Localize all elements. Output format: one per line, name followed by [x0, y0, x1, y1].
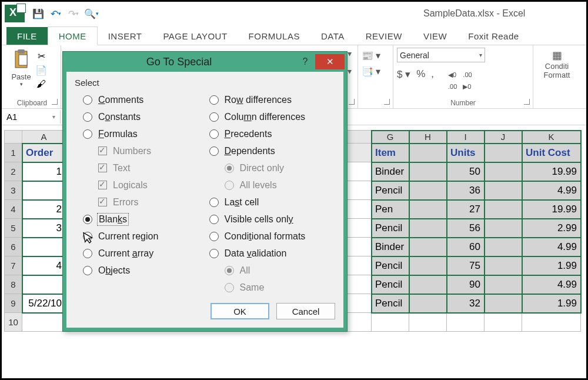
cell[interactable]	[485, 162, 522, 181]
row-header[interactable]: 6	[5, 238, 22, 256]
option-last-cell[interactable]: Last cell	[209, 194, 336, 211]
close-icon[interactable]: ✕	[315, 54, 345, 69]
cell[interactable]: 1.99	[522, 294, 581, 313]
cell[interactable]: Units	[447, 144, 485, 162]
accounting-icon[interactable]: $ ▾	[397, 68, 410, 92]
col-header-j[interactable]: J	[485, 131, 522, 144]
cell[interactable]: Item	[372, 144, 409, 162]
row-header[interactable]: 2	[5, 162, 22, 181]
cell[interactable]: Order	[22, 144, 66, 162]
col-header-h[interactable]: H	[409, 131, 447, 144]
option-constants[interactable]: Constants	[83, 108, 209, 125]
tab-data[interactable]: DATA	[310, 27, 355, 45]
cell[interactable]	[22, 181, 66, 200]
cell[interactable]	[485, 181, 522, 200]
cell[interactable]: 1.99	[522, 256, 581, 275]
group-cond-format[interactable]: ▦ Conditi Formatt	[533, 45, 580, 108]
cell[interactable]: 90	[447, 275, 485, 294]
cell[interactable]: 3	[22, 219, 66, 238]
cell[interactable]: 32	[447, 294, 485, 313]
row-header[interactable]: 8	[5, 275, 22, 294]
cell[interactable]	[485, 200, 522, 219]
tab-foxit[interactable]: Foxit Reade	[457, 27, 529, 45]
option-current-array[interactable]: Current array	[83, 245, 209, 262]
redo-icon[interactable]: ↷▾	[65, 5, 82, 22]
cell[interactable]: Pen	[372, 200, 409, 219]
cell[interactable]	[409, 219, 447, 238]
col-header-a[interactable]: A	[22, 131, 66, 144]
option-objects[interactable]: Objects	[83, 262, 209, 279]
cell[interactable]: 4	[22, 256, 66, 275]
cell[interactable]: Unit Cost	[522, 144, 581, 162]
number-format-combo[interactable]: General▾	[397, 48, 485, 62]
cancel-button[interactable]: Cancel	[276, 303, 335, 319]
option-row-differences[interactable]: Row differences	[209, 91, 336, 108]
col-header-i[interactable]: I	[447, 131, 485, 144]
row-header[interactable]: 7	[5, 256, 22, 275]
cell[interactable]	[409, 181, 447, 200]
row-header[interactable]: 3	[5, 181, 22, 200]
cell[interactable]: 60	[447, 238, 485, 256]
cell[interactable]: 75	[447, 256, 485, 275]
col-header-g[interactable]: G	[372, 131, 409, 144]
align-launcher-icon[interactable]	[349, 99, 356, 106]
cell[interactable]: 2.99	[522, 219, 581, 238]
row-header[interactable]: 1	[5, 144, 22, 162]
help-icon[interactable]: ?	[295, 56, 315, 67]
percent-icon[interactable]: %	[416, 68, 425, 92]
tab-file[interactable]: FILE	[6, 27, 48, 45]
cut-icon[interactable]: ✂	[35, 50, 47, 62]
undo-icon[interactable]: ↶▾	[47, 5, 65, 22]
tab-insert[interactable]: INSERT	[98, 27, 153, 45]
option-dependents[interactable]: Dependents	[209, 142, 336, 159]
option-blanks[interactable]: Blanks	[83, 211, 209, 228]
paste-button[interactable]: Paste▾	[7, 48, 35, 90]
cell[interactable]: Binder	[372, 162, 409, 181]
clipboard-launcher-icon[interactable]	[52, 99, 59, 106]
format-painter-icon[interactable]: 🖌	[35, 78, 47, 90]
select-all-corner[interactable]	[5, 131, 22, 144]
cell[interactable]	[485, 219, 522, 238]
option-column-differences[interactable]: Column differences	[209, 108, 336, 125]
cell[interactable]: 50	[447, 162, 485, 181]
cell[interactable]	[409, 256, 447, 275]
row-header[interactable]: 10	[5, 313, 22, 332]
cell[interactable]: 19.99	[522, 162, 581, 181]
cell[interactable]	[485, 144, 522, 162]
dialog-titlebar[interactable]: Go To Special ? ✕	[63, 52, 347, 72]
cell[interactable]: Pencil	[372, 219, 409, 238]
cell[interactable]	[485, 256, 522, 275]
cell[interactable]: Binder	[372, 238, 409, 256]
tab-review[interactable]: REVIEW	[355, 27, 413, 45]
row-header[interactable]: 5	[5, 219, 22, 238]
cell[interactable]	[22, 313, 66, 332]
tab-home[interactable]: HOME	[48, 26, 98, 45]
cell[interactable]: 4.99	[522, 238, 581, 256]
cell[interactable]	[22, 275, 66, 294]
cell[interactable]	[485, 294, 522, 313]
cell[interactable]	[409, 238, 447, 256]
ok-button[interactable]: OK	[211, 303, 269, 319]
comma-icon[interactable]: ,	[431, 68, 434, 92]
cell[interactable]: 5/22/10	[22, 294, 66, 313]
cell[interactable]: Pencil	[372, 181, 409, 200]
increase-decimal-icon[interactable]: ◀0.00	[448, 68, 457, 92]
number-launcher-icon[interactable]	[524, 99, 531, 106]
option-conditional-formats[interactable]: Conditional formats	[209, 228, 336, 245]
cell[interactable]	[372, 313, 409, 332]
cell[interactable]	[409, 200, 447, 219]
align2-launcher-icon[interactable]	[384, 99, 391, 106]
cell[interactable]	[22, 238, 66, 256]
tab-view[interactable]: VIEW	[413, 27, 457, 45]
cell[interactable]: 1	[22, 162, 66, 181]
cell[interactable]: 27	[447, 200, 485, 219]
decrease-decimal-icon[interactable]: .00▶0	[463, 68, 472, 92]
cell[interactable]: 2	[22, 200, 66, 219]
cell[interactable]: 56	[447, 219, 485, 238]
option-visible-cells-only[interactable]: Visible cells only	[209, 211, 336, 228]
cell[interactable]	[522, 313, 581, 332]
col-header-k[interactable]: K	[522, 131, 581, 144]
cell[interactable]	[409, 144, 447, 162]
cell[interactable]: 36	[447, 181, 485, 200]
cell[interactable]	[409, 294, 447, 313]
